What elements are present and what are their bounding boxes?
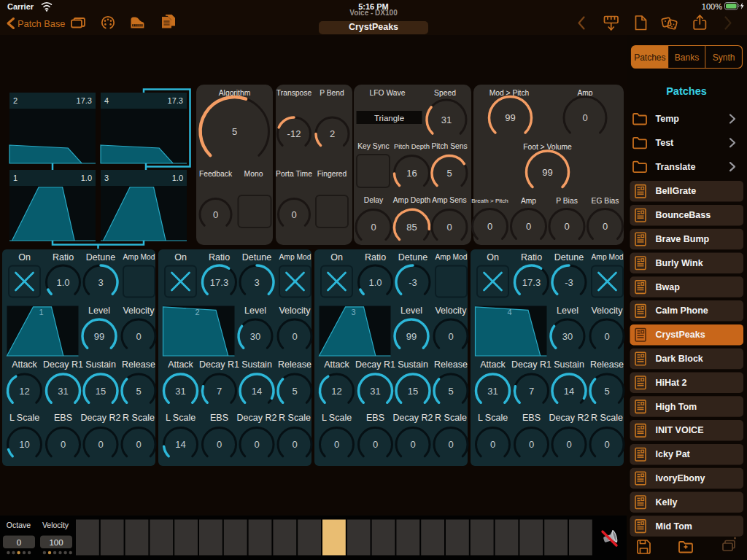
svg-text:Decay R2: Decay R2	[237, 413, 277, 423]
svg-text:Ratio: Ratio	[521, 252, 542, 262]
svg-text:Decay R2: Decay R2	[81, 413, 121, 423]
svg-text:Kelly: Kelly	[656, 497, 678, 508]
svg-text:R Scale: R Scale	[591, 413, 623, 423]
svg-text:Synth: Synth	[713, 52, 735, 63]
svg-text:Detune: Detune	[398, 252, 427, 262]
svg-text:3: 3	[98, 277, 103, 288]
svg-text:High Tom: High Tom	[656, 402, 697, 412]
svg-text:Amp Mod: Amp Mod	[279, 253, 311, 261]
svg-text:Sustain: Sustain	[85, 359, 116, 370]
svg-text:Patches: Patches	[666, 85, 707, 97]
svg-text:HiHat 2: HiHat 2	[656, 378, 687, 388]
svg-text:Pitch Depth: Pitch Depth	[394, 142, 430, 150]
svg-text:1.0: 1.0	[56, 277, 69, 288]
svg-text:3: 3	[104, 174, 109, 182]
svg-text:17.3: 17.3	[168, 96, 183, 105]
svg-text:EBS: EBS	[54, 413, 72, 423]
svg-text:2: 2	[195, 308, 199, 316]
svg-text:On: On	[174, 252, 187, 262]
svg-text:31: 31	[58, 386, 68, 397]
svg-text:31: 31	[487, 386, 498, 397]
svg-text:0: 0	[61, 439, 66, 450]
svg-text:Key Sync: Key Sync	[357, 142, 390, 150]
svg-text:Bwap: Bwap	[656, 282, 681, 292]
svg-text:P Bend: P Bend	[320, 89, 344, 97]
svg-text:0: 0	[487, 221, 492, 232]
svg-text:Amp Depth: Amp Depth	[393, 196, 431, 204]
svg-text:EG Bias: EG Bias	[592, 197, 619, 205]
svg-text:Breath > Pitch: Breath > Pitch	[471, 198, 508, 204]
svg-text:1: 1	[39, 308, 43, 316]
svg-text:R Scale: R Scale	[435, 413, 467, 423]
svg-text:0: 0	[334, 439, 339, 450]
svg-text:Velocity: Velocity	[42, 521, 69, 529]
svg-text:Amp Mod: Amp Mod	[123, 253, 155, 261]
svg-text:100: 100	[49, 538, 63, 547]
svg-text:0: 0	[446, 222, 452, 233]
svg-text:Attack: Attack	[168, 359, 193, 370]
svg-text:1.0: 1.0	[81, 174, 92, 182]
svg-text:0: 0	[217, 439, 222, 450]
svg-text:Amp: Amp	[577, 89, 592, 97]
svg-text:Attack: Attack	[12, 359, 37, 370]
svg-text:31: 31	[370, 386, 380, 397]
svg-text:Sustain: Sustain	[398, 359, 428, 370]
svg-text:0: 0	[490, 439, 495, 450]
svg-text:14: 14	[564, 386, 574, 397]
svg-text:Decay R1: Decay R1	[511, 359, 551, 370]
svg-text:17.3: 17.3	[77, 96, 92, 105]
svg-text:1.0: 1.0	[172, 174, 183, 182]
svg-text:Burly Wink: Burly Wink	[656, 258, 703, 268]
svg-text:0: 0	[566, 439, 571, 450]
svg-text:0: 0	[603, 221, 608, 232]
svg-text:0: 0	[291, 209, 296, 220]
svg-text:Amp: Amp	[521, 197, 536, 205]
svg-text:Patches: Patches	[634, 52, 665, 63]
svg-text:INIT VOICE: INIT VOICE	[656, 425, 704, 435]
svg-text:2: 2	[330, 128, 335, 139]
svg-text:Transpose: Transpose	[276, 89, 312, 97]
svg-text:Delay: Delay	[364, 196, 384, 204]
svg-text:L Scale: L Scale	[166, 413, 196, 423]
svg-text:Release: Release	[434, 359, 468, 370]
svg-text:0: 0	[292, 331, 297, 342]
svg-text:Ratio: Ratio	[365, 252, 386, 262]
svg-text:LFO Wave: LFO Wave	[370, 89, 406, 97]
svg-text:0: 0	[604, 331, 609, 342]
svg-text:Ratio: Ratio	[209, 252, 230, 262]
svg-text:L Scale: L Scale	[9, 413, 39, 423]
svg-text:CrystPeaks: CrystPeaks	[656, 330, 705, 340]
svg-text:5: 5	[448, 386, 453, 397]
svg-text:0: 0	[371, 222, 376, 233]
svg-text:Decay R2: Decay R2	[393, 413, 433, 423]
svg-text:IvoryEbony: IvoryEbony	[656, 473, 705, 483]
svg-text:Ratio: Ratio	[53, 252, 74, 262]
svg-text:Velocity: Velocity	[279, 306, 311, 316]
svg-text:Level: Level	[400, 306, 422, 316]
svg-text:5: 5	[292, 386, 297, 397]
svg-text:Amp Mod: Amp Mod	[435, 253, 467, 261]
svg-text:31: 31	[441, 114, 452, 125]
svg-text:12: 12	[331, 386, 341, 397]
svg-text:15: 15	[408, 386, 418, 397]
svg-text:85: 85	[406, 222, 417, 233]
svg-text:7: 7	[529, 386, 534, 397]
svg-text:Dark Block: Dark Block	[656, 354, 703, 364]
svg-text:10: 10	[19, 439, 29, 450]
svg-text:99: 99	[505, 112, 515, 123]
svg-text:-3: -3	[565, 277, 573, 288]
svg-text:-3: -3	[409, 277, 417, 288]
svg-text:0: 0	[136, 331, 141, 342]
svg-text:4: 4	[507, 308, 511, 316]
svg-text:0: 0	[213, 209, 218, 220]
svg-text:Translate: Translate	[656, 162, 696, 172]
svg-text:Mono: Mono	[244, 170, 263, 178]
svg-text:0: 0	[373, 439, 378, 450]
svg-text:0: 0	[98, 439, 103, 450]
svg-text:Attack: Attack	[480, 359, 506, 370]
svg-text:Velocity: Velocity	[435, 306, 467, 316]
svg-text:14: 14	[175, 439, 185, 450]
svg-text:Fingered: Fingered	[317, 170, 347, 178]
svg-text:BellGrate: BellGrate	[656, 186, 697, 196]
svg-text:Test: Test	[656, 138, 675, 148]
